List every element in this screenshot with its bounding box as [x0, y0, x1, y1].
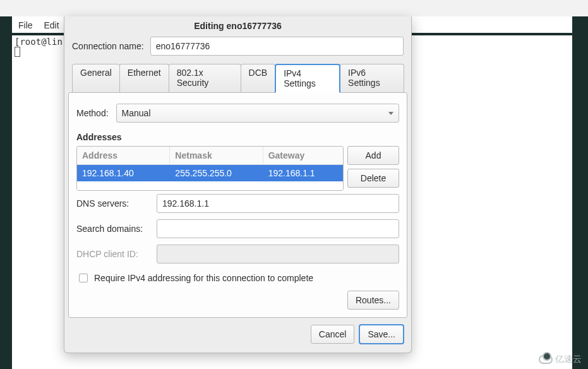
method-value: Manual: [122, 108, 151, 118]
tab-8021x[interactable]: 802.1x Security: [169, 64, 241, 93]
tab-ipv6[interactable]: IPv6 Settings: [340, 64, 404, 93]
window-titlebar: [0, 0, 588, 16]
dhcp-client-id-label: DHCP client ID:: [76, 249, 149, 259]
table-row[interactable]: 192.168.1.40 255.255.255.0 192.168.1.1: [77, 165, 343, 181]
network-editor-dialog: Editing eno16777736 Connection name: Gen…: [64, 16, 412, 353]
table-blank-row[interactable]: [77, 181, 343, 190]
add-button[interactable]: Add: [347, 146, 399, 165]
require-ipv4-checkbox[interactable]: [79, 274, 88, 282]
tab-bar: General Ethernet 802.1x Security DCB IPv…: [64, 57, 411, 93]
dns-label: DNS servers:: [76, 198, 149, 209]
routes-button[interactable]: Routes...: [347, 291, 399, 310]
cell-address: 192.168.1.40: [77, 165, 170, 181]
cell-gateway: 192.168.1.1: [263, 165, 343, 181]
terminal-prompt: [root@lin: [15, 37, 63, 47]
watermark-text: 亿速云: [555, 354, 582, 365]
col-gateway[interactable]: Gateway: [263, 147, 343, 165]
chevron-down-icon: [388, 112, 393, 115]
menu-file[interactable]: File: [18, 20, 33, 30]
tab-ethernet[interactable]: Ethernet: [119, 64, 169, 93]
ipv4-panel: Method: Manual Addresses Address Netmask…: [68, 92, 407, 318]
search-domains-label: Search domains:: [76, 224, 149, 234]
connection-name-input[interactable]: [150, 37, 404, 56]
tab-ipv4[interactable]: IPv4 Settings: [275, 64, 340, 93]
menu-edit[interactable]: Edit: [44, 20, 59, 30]
search-domains-input[interactable]: [157, 219, 399, 238]
method-label: Method:: [76, 108, 109, 118]
tab-general[interactable]: General: [72, 64, 120, 93]
col-address[interactable]: Address: [77, 147, 170, 165]
dialog-title: Editing eno16777736: [64, 16, 411, 35]
method-select[interactable]: Manual: [116, 104, 399, 123]
addresses-table[interactable]: Address Netmask Gateway 192.168.1.40 255…: [76, 146, 344, 191]
dhcp-client-id-input: [157, 245, 399, 263]
watermark: 亿速云: [539, 354, 582, 365]
addresses-label: Addresses: [76, 132, 399, 142]
require-ipv4-label: Require IPv4 addressing for this connect…: [94, 273, 313, 283]
save-button[interactable]: Save...: [359, 325, 404, 344]
delete-button[interactable]: Delete: [347, 169, 399, 188]
col-netmask[interactable]: Netmask: [170, 147, 263, 165]
dns-input[interactable]: [157, 194, 399, 213]
terminal-cursor: [15, 47, 20, 57]
tab-dcb[interactable]: DCB: [241, 64, 276, 93]
connection-name-label: Connection name:: [72, 41, 144, 51]
cloud-icon: [539, 355, 553, 364]
table-header: Address Netmask Gateway: [77, 147, 343, 165]
cell-netmask: 255.255.255.0: [170, 165, 263, 181]
cancel-button[interactable]: Cancel: [311, 325, 355, 344]
